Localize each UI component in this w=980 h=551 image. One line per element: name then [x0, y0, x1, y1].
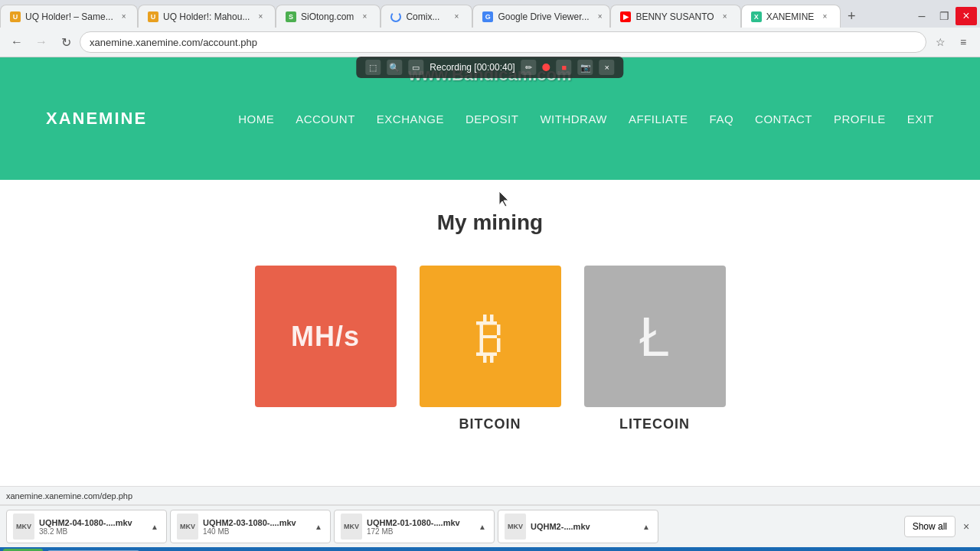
- taskbar: Start Google Chrome 🌐 🔊 8:44 PM: [0, 547, 980, 551]
- tab-favicon-3: S: [286, 11, 296, 22]
- recording-camera-btn[interactable]: 📷: [578, 60, 593, 75]
- close-downloads-button[interactable]: ×: [959, 519, 974, 534]
- download-chevron-2[interactable]: ▲: [313, 521, 324, 533]
- reload-button[interactable]: ↻: [55, 31, 77, 53]
- nav-affiliate[interactable]: AFFILIATE: [629, 112, 688, 126]
- tab-benny-susanto[interactable]: ▶ BENNY SUSANTO ×: [610, 5, 740, 28]
- tab-label-5: Google Drive Viewer...: [498, 11, 589, 22]
- tab-uq-holder-2[interactable]: U UQ Holder!: Mahou... ×: [138, 5, 276, 28]
- recording-close-btn[interactable]: ×: [599, 60, 615, 75]
- download-name-1: UQHM2-04-1080-....mkv: [39, 518, 145, 527]
- tab-close-3[interactable]: ×: [358, 11, 371, 23]
- tab-label-4: Comix...: [406, 11, 439, 22]
- download-name-2: UQHM2-03-1080-....mkv: [203, 518, 309, 527]
- download-icon-3: MKV: [341, 514, 362, 540]
- new-tab-button[interactable]: +: [841, 5, 862, 27]
- tab-siotong[interactable]: S SiOtong.com ×: [276, 5, 381, 28]
- show-all-downloads-button[interactable]: Show all: [904, 516, 956, 537]
- download-icon-4: MKV: [505, 514, 526, 540]
- bookmark-button[interactable]: ☆: [929, 31, 951, 53]
- status-bar: xanemine.xanemine.com/dep.php: [0, 486, 980, 504]
- tab-favicon-2: U: [148, 11, 158, 22]
- ltc-icon: Ł: [639, 309, 670, 364]
- toolbar-icons: ☆ ≡: [929, 31, 974, 53]
- tab-close-2[interactable]: ×: [254, 11, 266, 23]
- btc-name: BITCOIN: [459, 416, 521, 432]
- tab-favicon-7: X: [751, 11, 762, 22]
- download-item-1[interactable]: MKV UQHM2-04-1080-....mkv 38.2 MB ▲: [6, 510, 167, 543]
- recording-resize-btn[interactable]: ⬚: [365, 60, 381, 75]
- mining-card-mhs[interactable]: MH/s: [255, 266, 397, 432]
- nav-contact[interactable]: CONTACT: [755, 112, 812, 126]
- download-item-2[interactable]: MKV UQHM2-03-1080-....mkv 140 MB ▲: [170, 510, 331, 543]
- recording-dot: [543, 64, 550, 71]
- tab-xanemine[interactable]: X XANEMINE ×: [741, 5, 841, 28]
- tab-uq-holder-1[interactable]: U UQ Holder! – Same... ×: [0, 5, 138, 28]
- downloads-bar: MKV UQHM2-04-1080-....mkv 38.2 MB ▲ MKV …: [0, 504, 980, 547]
- nav-exchange[interactable]: EXCHANGE: [377, 112, 444, 126]
- nav-home[interactable]: HOME: [238, 112, 274, 126]
- download-icon-2: MKV: [177, 514, 198, 540]
- address-bar-input[interactable]: [80, 31, 926, 53]
- nav-deposit[interactable]: DEPOSIT: [466, 112, 518, 126]
- forward-button[interactable]: →: [31, 31, 52, 53]
- tab-close-6[interactable]: ×: [719, 11, 731, 23]
- close-button[interactable]: ×: [956, 7, 977, 25]
- download-info-3: UQHM2-01-1080-....mkv 172 MB: [367, 518, 472, 536]
- ltc-name: LITECOIN: [619, 416, 690, 432]
- mining-card-box-ltc: Ł: [584, 266, 726, 407]
- download-info-4: UQHM2-....mkv: [531, 522, 636, 531]
- download-size-3: 172 MB: [367, 527, 472, 536]
- browser-chrome: U UQ Holder! – Same... × U UQ Holder!: M…: [0, 0, 980, 57]
- tab-favicon-6: ▶: [620, 11, 631, 22]
- tab-close-5[interactable]: ×: [594, 11, 606, 23]
- tab-close-7[interactable]: ×: [818, 11, 831, 23]
- site-nav: HOME ACCOUNT EXCHANGE DEPOSIT WITHDRAW A…: [238, 112, 934, 126]
- site-logo[interactable]: XANEMINE: [46, 109, 147, 129]
- section-title: My mining: [15, 210, 965, 235]
- nav-profile[interactable]: PROFILE: [834, 112, 886, 126]
- btc-icon: ₿: [476, 309, 504, 364]
- nav-withdraw[interactable]: WITHDRAW: [540, 112, 607, 126]
- download-chevron-4[interactable]: ▲: [641, 521, 652, 533]
- recording-zoom-btn[interactable]: 🔍: [387, 60, 402, 75]
- recording-edit-btn[interactable]: ✏: [521, 60, 537, 75]
- site-main: My mining MH/s ₿ BITCOIN: [0, 180, 980, 486]
- menu-button[interactable]: ≡: [952, 31, 974, 53]
- mining-card-btc[interactable]: ₿ BITCOIN: [420, 266, 561, 432]
- nav-exit[interactable]: EXIT: [907, 112, 934, 126]
- minimize-button[interactable]: –: [911, 7, 933, 25]
- tab-label-2: UQ Holder!: Mahou...: [163, 11, 250, 22]
- tab-comix[interactable]: Comix... ×: [381, 5, 472, 28]
- mining-cards: MH/s ₿ BITCOIN Ł LITECOIN: [15, 266, 965, 432]
- download-item-4[interactable]: MKV UQHM2-....mkv ▲: [498, 510, 658, 543]
- tab-google-drive[interactable]: G Google Drive Viewer... ×: [472, 5, 610, 28]
- tab-bar: U UQ Holder! – Same... × U UQ Holder!: M…: [0, 0, 980, 28]
- address-bar-row: ← → ↻ ☆ ≡: [0, 28, 980, 57]
- tab-favicon-5: G: [482, 11, 493, 22]
- mining-card-ltc[interactable]: Ł LITECOIN: [584, 266, 726, 432]
- tab-close-4[interactable]: ×: [450, 11, 462, 23]
- restore-button[interactable]: ❐: [933, 7, 955, 25]
- back-button[interactable]: ←: [6, 31, 28, 53]
- recording-stop-btn[interactable]: ■: [557, 60, 572, 75]
- download-icon-1: MKV: [13, 514, 34, 540]
- status-url: xanemine.xanemine.com/dep.php: [6, 491, 974, 500]
- download-size-2: 140 MB: [203, 527, 309, 536]
- page-container: U UQ Holder! – Same... × U UQ Holder!: M…: [0, 0, 980, 551]
- mining-card-box-mhs: MH/s: [255, 266, 397, 407]
- nav-account[interactable]: ACCOUNT: [296, 112, 355, 126]
- mining-card-box-btc: ₿: [420, 266, 561, 407]
- download-chevron-3[interactable]: ▲: [477, 521, 488, 533]
- mhs-label: MH/s: [291, 321, 360, 353]
- download-name-3: UQHM2-01-1080-....mkv: [367, 518, 472, 527]
- download-info-1: UQHM2-04-1080-....mkv 38.2 MB: [39, 518, 145, 536]
- tab-close-1[interactable]: ×: [118, 11, 130, 23]
- download-chevron-1[interactable]: ▲: [149, 521, 160, 533]
- recording-screen-btn[interactable]: ▭: [408, 60, 423, 75]
- tab-label-7: XANEMINE: [766, 11, 815, 22]
- nav-faq[interactable]: FAQ: [710, 112, 734, 126]
- download-info-2: UQHM2-03-1080-....mkv 140 MB: [203, 518, 309, 536]
- download-name-4: UQHM2-....mkv: [531, 522, 636, 531]
- download-item-3[interactable]: MKV UQHM2-01-1080-....mkv 172 MB ▲: [334, 510, 495, 543]
